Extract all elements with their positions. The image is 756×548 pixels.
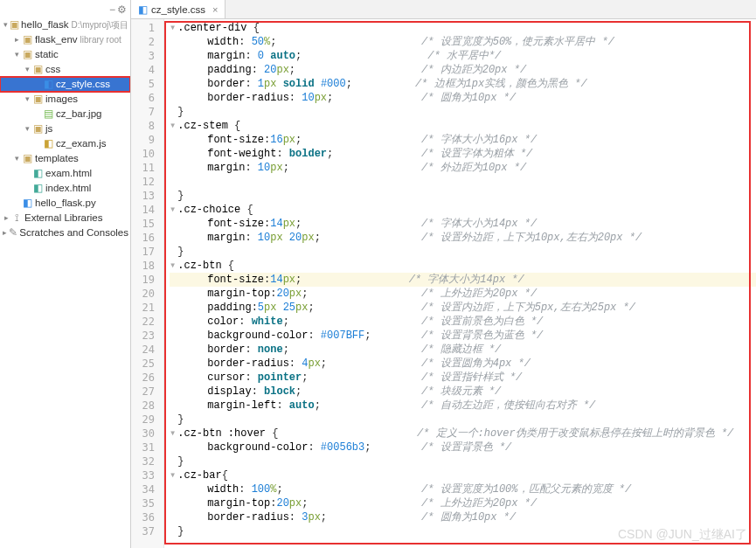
tree-item-cz_exam.js[interactable]: ◧cz_exam.js (0, 136, 130, 151)
tree-item-js[interactable]: ▾▣js (0, 121, 130, 136)
code-line-28[interactable]: margin-left: auto; /* 自动左边距，使按钮向右对齐 */ (170, 399, 756, 413)
collapse-icon[interactable]: − (109, 3, 115, 16)
code-line-12[interactable] (170, 175, 756, 189)
code-line-2[interactable]: width: 50%; /* 设置宽度为50%，使元素水平居中 */ (170, 35, 756, 49)
code-line-15[interactable]: font-size:14px; /* 字体大小为14px */ (170, 217, 756, 231)
code-line-9[interactable]: font-size:16px; /* 字体大小为16px */ (170, 133, 756, 147)
code-line-26[interactable]: cursor: pointer; /* 设置指针样式 */ (170, 371, 756, 385)
code-line-1[interactable]: ▾.center-div { (170, 21, 756, 35)
code-line-5[interactable]: border: 1px solid #000; /* 边框为1px实线，颜色为黑… (170, 77, 756, 91)
code-line-16[interactable]: margin: 10px 20px; /* 设置外边距，上下为10px,左右为2… (170, 231, 756, 245)
code-line-27[interactable]: display: block; /* 块级元素 */ (170, 385, 756, 399)
code-line-20[interactable]: margin-top:20px; /* 上外边距为20px */ (170, 287, 756, 301)
project-sidebar: − ⚙ ▾▣hello_flaskD:\myproj\项目▸▣flask_env… (0, 0, 131, 548)
tree-item-templates[interactable]: ▾▣templates (0, 151, 130, 166)
code-line-22[interactable]: color: white; /* 设置前景色为白色 */ (170, 315, 756, 329)
tree-item-hello_flask.py[interactable]: ◧hello_flask.py (0, 196, 130, 211)
code-line-13[interactable]: } (170, 189, 756, 203)
tab-cz_style.css[interactable]: ◧cz_style.css× (131, 0, 225, 18)
line-gutter: 1234567891011121314151617181920212223242… (131, 19, 164, 548)
code-area[interactable]: ▾.center-div { width: 50%; /* 设置宽度为50%，使… (164, 19, 756, 548)
code-line-10[interactable]: font-weight: bolder; /* 设置字体为粗体 */ (170, 147, 756, 161)
code-line-25[interactable]: border-radius: 4px; /* 设置圆角为4px */ (170, 357, 756, 371)
code-line-37[interactable]: } (170, 524, 756, 538)
code-line-31[interactable]: background-color: #0056b3; /* 设置背景色 */ (170, 440, 756, 454)
tree-item-cz_bar.jpg[interactable]: ▤cz_bar.jpg (0, 107, 130, 121)
sidebar-header: − ⚙ (0, 3, 130, 17)
tree-item-images[interactable]: ▾▣images (0, 92, 130, 107)
project-tree[interactable]: ▾▣hello_flaskD:\myproj\项目▸▣flask_envlibr… (0, 17, 130, 240)
code-line-3[interactable]: margin: 0 auto; /* 水平居中*/ (170, 49, 756, 63)
code-line-4[interactable]: padding: 20px; /* 内边距为20px */ (170, 63, 756, 77)
code-line-14[interactable]: ▾.cz-choice { (170, 203, 756, 217)
code-line-24[interactable]: border: none; /* 隐藏边框 */ (170, 343, 756, 357)
main-area: ◧cz_style.css× 1234567891011121314151617… (131, 0, 756, 548)
tree-item-index.html[interactable]: ◧index.html (0, 181, 130, 196)
code-line-23[interactable]: background-color: #007BFF; /* 设置背景色为蓝色 *… (170, 329, 756, 343)
code-line-6[interactable]: border-radius: 10px; /* 圆角为10px */ (170, 91, 756, 105)
code-line-33[interactable]: ▾.cz-bar{ (170, 468, 756, 482)
tree-item-External Libraries[interactable]: ▸⟟External Libraries (0, 211, 130, 225)
tree-item-static[interactable]: ▾▣static (0, 47, 130, 62)
close-icon[interactable]: × (212, 4, 218, 15)
code-line-19[interactable]: font-size:14px; /* 字体大小为14px */ (170, 273, 756, 287)
tree-item-Scratches and Consoles[interactable]: ▸✎Scratches and Consoles (0, 225, 130, 240)
code-line-32[interactable]: } (170, 454, 756, 468)
gear-icon[interactable]: ⚙ (117, 3, 127, 16)
code-line-30[interactable]: ▾.cz-btn :hover { /* 定义一个:hover伪类用于改变鼠标悬… (170, 427, 756, 440)
tree-item-cz_style.css[interactable]: ◧cz_style.css (0, 77, 130, 92)
code-line-21[interactable]: padding:5px 25px; /* 设置内边距，上下为5px,左右为25p… (170, 301, 756, 315)
code-line-18[interactable]: ▾.cz-btn { (170, 259, 756, 273)
code-line-17[interactable]: } (170, 245, 756, 259)
tree-item-exam.html[interactable]: ◧exam.html (0, 166, 130, 181)
code-line-8[interactable]: ▾.cz-stem { (170, 119, 756, 133)
code-line-34[interactable]: width: 100%; /* 设置宽度为100%，匹配父元素的宽度 */ (170, 482, 756, 496)
code-line-29[interactable]: } (170, 413, 756, 427)
tree-item-flask_env[interactable]: ▸▣flask_envlibrary root (0, 32, 130, 47)
editor[interactable]: 1234567891011121314151617181920212223242… (131, 19, 756, 548)
code-line-11[interactable]: margin: 10px; /* 外边距为10px */ (170, 161, 756, 175)
code-line-7[interactable]: } (170, 105, 756, 119)
code-line-36[interactable]: border-radius: 3px; /* 圆角为10px */ (170, 510, 756, 524)
editor-tabbar[interactable]: ◧cz_style.css× (131, 0, 756, 19)
tree-item-css[interactable]: ▾▣css (0, 62, 130, 77)
tree-item-hello_flask[interactable]: ▾▣hello_flaskD:\myproj\项目 (0, 17, 130, 32)
code-line-35[interactable]: margin-top:20px; /* 上外边距为20px */ (170, 496, 756, 510)
